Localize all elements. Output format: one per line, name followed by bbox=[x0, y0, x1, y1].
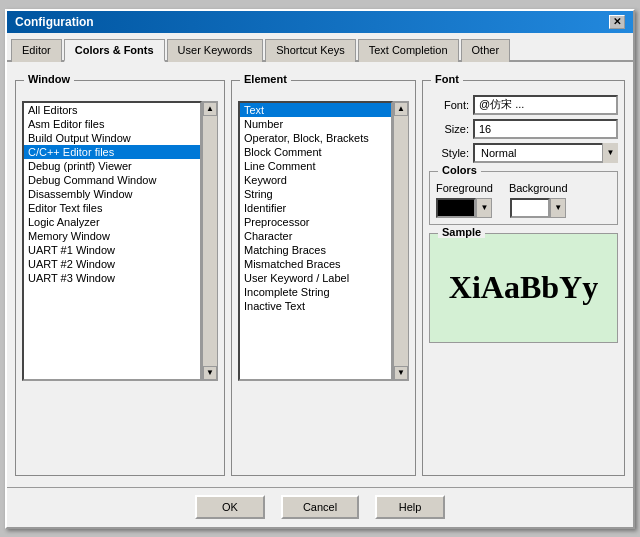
list-item[interactable]: UART #2 Window bbox=[24, 257, 200, 271]
list-item[interactable]: Build Output Window bbox=[24, 131, 200, 145]
font-style-label: Style: bbox=[429, 147, 469, 159]
element-scroll-down[interactable]: ▼ bbox=[394, 366, 408, 380]
configuration-dialog: Configuration ✕ Editor Colors & Fonts Us… bbox=[5, 9, 635, 529]
font-name-input[interactable] bbox=[473, 95, 618, 115]
list-item[interactable]: Block Comment bbox=[240, 145, 391, 159]
cancel-button[interactable]: Cancel bbox=[281, 495, 359, 519]
ok-button[interactable]: OK bbox=[195, 495, 265, 519]
font-name-label: Font: bbox=[429, 99, 469, 111]
list-item[interactable]: Editor Text files bbox=[24, 201, 200, 215]
foreground-picker: ▼ bbox=[436, 198, 492, 218]
foreground-dropdown-btn[interactable]: ▼ bbox=[476, 198, 492, 218]
foreground-swatch[interactable] bbox=[436, 198, 476, 218]
main-content: Window All EditorsAsm Editor filesBuild … bbox=[7, 62, 633, 488]
font-size-input[interactable] bbox=[473, 119, 618, 139]
window-scroll-up[interactable]: ▲ bbox=[203, 102, 217, 116]
window-list-container: All EditorsAsm Editor filesBuild Output … bbox=[22, 101, 218, 381]
window-list[interactable]: All EditorsAsm Editor filesBuild Output … bbox=[22, 101, 202, 381]
sample-text: XiAaBbYy bbox=[449, 269, 598, 306]
list-item[interactable]: Asm Editor files bbox=[24, 117, 200, 131]
list-item[interactable]: Inactive Text bbox=[240, 299, 391, 313]
background-label: Background bbox=[509, 182, 568, 194]
element-group-label: Element bbox=[240, 73, 291, 85]
tab-text-completion[interactable]: Text Completion bbox=[358, 39, 459, 62]
list-item[interactable]: Number bbox=[240, 117, 391, 131]
list-item[interactable]: Text bbox=[240, 103, 391, 117]
font-style-row: Style: Normal Bold Italic Bold Italic ▼ bbox=[429, 143, 618, 163]
list-item[interactable]: Preprocessor bbox=[240, 215, 391, 229]
element-list-container: TextNumberOperator, Block, BracketsBlock… bbox=[238, 101, 409, 381]
window-group-label: Window bbox=[24, 73, 74, 85]
list-item[interactable]: Disassembly Window bbox=[24, 187, 200, 201]
title-bar: Configuration ✕ bbox=[7, 11, 633, 33]
list-item[interactable]: Keyword bbox=[240, 173, 391, 187]
tab-bar: Editor Colors & Fonts User Keywords Shor… bbox=[7, 33, 633, 62]
list-item[interactable]: Memory Window bbox=[24, 229, 200, 243]
dialog-title: Configuration bbox=[15, 15, 94, 29]
background-dropdown-btn[interactable]: ▼ bbox=[550, 198, 566, 218]
list-item[interactable]: UART #3 Window bbox=[24, 271, 200, 285]
tab-colors-fonts[interactable]: Colors & Fonts bbox=[64, 39, 165, 62]
window-scrollbar[interactable]: ▲ ▼ bbox=[202, 101, 218, 381]
background-col: Background ▼ bbox=[509, 182, 568, 218]
list-item[interactable]: Matching Braces bbox=[240, 243, 391, 257]
list-item[interactable]: Line Comment bbox=[240, 159, 391, 173]
list-item[interactable]: Debug Command Window bbox=[24, 173, 200, 187]
element-group: Element TextNumberOperator, Block, Brack… bbox=[231, 80, 416, 476]
font-size-row: Size: bbox=[429, 119, 618, 139]
element-list[interactable]: TextNumberOperator, Block, BracketsBlock… bbox=[238, 101, 393, 381]
list-item[interactable]: Incomplete String bbox=[240, 285, 391, 299]
font-group: Font Font: Size: Style: bbox=[422, 80, 625, 476]
colors-group-label: Colors bbox=[438, 164, 481, 176]
element-scroll-up[interactable]: ▲ bbox=[394, 102, 408, 116]
tab-other[interactable]: Other bbox=[461, 39, 511, 62]
list-item[interactable]: Character bbox=[240, 229, 391, 243]
window-scroll-down[interactable]: ▼ bbox=[203, 366, 217, 380]
list-item[interactable]: C/C++ Editor files bbox=[24, 145, 200, 159]
background-swatch[interactable] bbox=[510, 198, 550, 218]
background-picker: ▼ bbox=[510, 198, 566, 218]
colors-group: Colors Foreground ▼ Background bbox=[429, 171, 618, 225]
tab-editor[interactable]: Editor bbox=[11, 39, 62, 62]
colors-row: Foreground ▼ Background ▼ bbox=[436, 182, 611, 218]
font-name-row: Font: bbox=[429, 95, 618, 115]
list-item[interactable]: Operator, Block, Brackets bbox=[240, 131, 391, 145]
list-item[interactable]: Identifier bbox=[240, 201, 391, 215]
font-size-label: Size: bbox=[429, 123, 469, 135]
foreground-label: Foreground bbox=[436, 182, 493, 194]
tab-shortcut-keys[interactable]: Shortcut Keys bbox=[265, 39, 355, 62]
font-group-label: Font bbox=[431, 73, 463, 85]
font-style-select[interactable]: Normal Bold Italic Bold Italic bbox=[473, 143, 618, 163]
list-item[interactable]: Logic Analyzer bbox=[24, 215, 200, 229]
list-item[interactable]: All Editors bbox=[24, 103, 200, 117]
list-item[interactable]: Mismatched Braces bbox=[240, 257, 391, 271]
list-item[interactable]: Debug (printf) Viewer bbox=[24, 159, 200, 173]
list-item[interactable]: String bbox=[240, 187, 391, 201]
tab-user-keywords[interactable]: User Keywords bbox=[167, 39, 264, 62]
font-style-select-wrapper[interactable]: Normal Bold Italic Bold Italic ▼ bbox=[473, 143, 618, 163]
window-group: Window All EditorsAsm Editor filesBuild … bbox=[15, 80, 225, 476]
help-button[interactable]: Help bbox=[375, 495, 445, 519]
list-item[interactable]: UART #1 Window bbox=[24, 243, 200, 257]
bottom-bar: OK Cancel Help bbox=[7, 487, 633, 527]
list-item[interactable]: User Keyword / Label bbox=[240, 271, 391, 285]
close-button[interactable]: ✕ bbox=[609, 15, 625, 29]
element-scrollbar[interactable]: ▲ ▼ bbox=[393, 101, 409, 381]
foreground-col: Foreground ▼ bbox=[436, 182, 493, 218]
sample-group-label: Sample bbox=[438, 226, 485, 238]
sample-group: Sample XiAaBbYy bbox=[429, 233, 618, 343]
